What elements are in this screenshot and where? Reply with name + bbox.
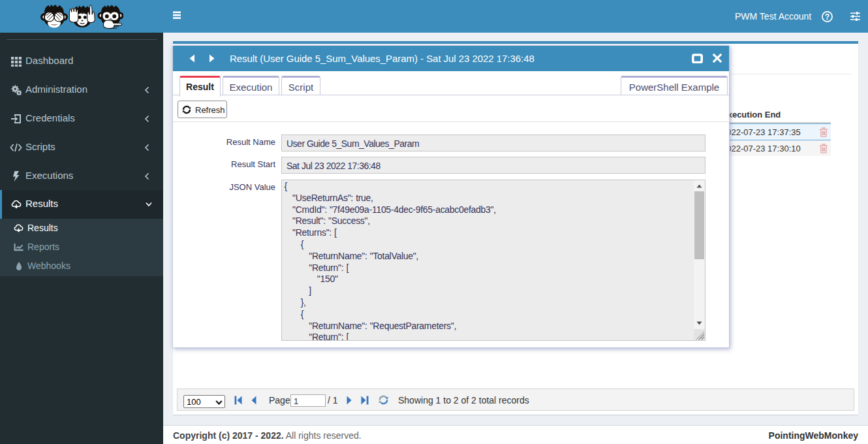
svg-text:?: ? xyxy=(825,12,829,22)
